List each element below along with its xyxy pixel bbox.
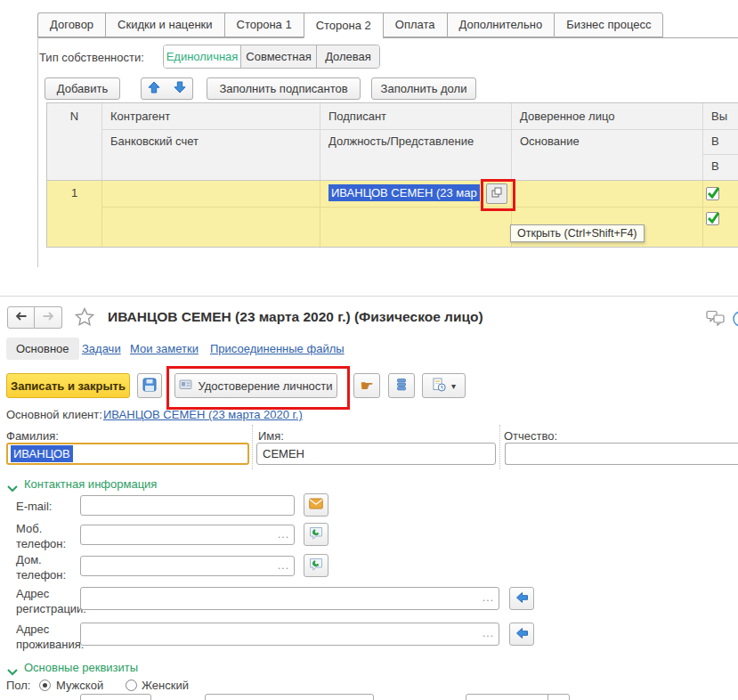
blue-left-arrow-icon — [515, 591, 529, 606]
residence-address-ellipsis-button[interactable]: ... — [483, 627, 494, 639]
arrow-down-icon — [174, 81, 186, 96]
grid-vline — [101, 180, 102, 247]
firstname-label: Имя: — [258, 429, 284, 443]
col-header-basis[interactable]: Основание — [511, 129, 580, 154]
contact-section-chevron-icon[interactable] — [7, 482, 18, 495]
discussions-icon[interactable] — [706, 310, 726, 330]
cut-off-input-divider — [547, 695, 548, 700]
tab-skidki[interactable]: Скидки и наценки — [105, 12, 223, 37]
gender-female-radio[interactable] — [126, 680, 137, 691]
cut-off-input[interactable] — [205, 694, 374, 700]
favorite-star-icon[interactable] — [75, 307, 94, 330]
registration-address-input[interactable]: ... — [80, 587, 499, 610]
send-email-button[interactable] — [304, 493, 328, 517]
tab-oplata[interactable]: Оплата — [383, 12, 447, 37]
home-ellipsis-button[interactable]: ... — [278, 558, 289, 571]
tab-main[interactable]: Основное — [6, 338, 79, 360]
document-clock-icon — [432, 378, 446, 395]
gender-female-label[interactable]: Женский — [142, 679, 189, 692]
contact-section-title[interactable]: Контактная информация — [24, 477, 157, 491]
move-up-button[interactable] — [141, 77, 167, 100]
save-and-close-button[interactable]: Записать и закрыть — [6, 373, 130, 398]
col-header-v2[interactable]: В — [702, 154, 719, 179]
email-input[interactable] — [80, 495, 295, 516]
row-checkbox-1[interactable] — [706, 187, 719, 200]
pointer-hand-button[interactable]: ☛ — [353, 373, 380, 398]
arrow-up-icon — [148, 81, 160, 96]
col-header-proxy[interactable]: Доверенное лицо — [511, 103, 614, 129]
grid-vline — [702, 180, 703, 247]
mobile-phone-input[interactable]: ... — [80, 525, 295, 545]
grid-hline — [47, 180, 738, 181]
cut-off-input[interactable] — [466, 694, 570, 700]
signer-cell-selected-text[interactable]: ИВАНЦОВ СЕМЕН (23 мар — [328, 184, 480, 201]
stack-button[interactable] — [388, 373, 415, 398]
middlename-label: Отчество: — [504, 429, 557, 443]
col-header-counterparty[interactable]: Контрагент — [101, 103, 170, 129]
section-divider — [0, 296, 738, 297]
residence-address-input[interactable]: ... — [80, 623, 499, 646]
fill-signers-button[interactable]: Заполнить подписантов — [207, 77, 361, 100]
move-down-button[interactable] — [166, 77, 193, 100]
back-button[interactable] — [7, 306, 35, 329]
mobile-phone-label: Моб. телефон: — [16, 522, 68, 552]
tab-biznes-process[interactable]: Бизнес процесс — [554, 12, 663, 37]
registration-address-ellipsis-button[interactable]: ... — [483, 591, 494, 604]
registration-address-label: Адрес регистрации: — [16, 587, 87, 617]
requisites-section-title[interactable]: Основные реквизиты — [24, 661, 138, 674]
add-button[interactable]: Добавить — [45, 77, 120, 100]
lastname-label: Фамилия: — [6, 429, 59, 443]
copy-registration-address-button[interactable] — [509, 587, 534, 610]
residence-address-label: Адрес проживания: — [16, 623, 87, 653]
forward-button[interactable] — [35, 306, 62, 329]
col-header-position[interactable]: Должность/Представление — [320, 129, 474, 154]
col-header-bank-account[interactable]: Банковский счет — [101, 129, 199, 154]
row-number: 1 — [47, 180, 101, 207]
ownership-option-share[interactable]: Долевая — [317, 45, 379, 68]
tab-tasks-link[interactable]: Задачи — [82, 342, 121, 355]
save-floppy-icon — [142, 378, 157, 395]
cut-off-icon[interactable] — [732, 310, 738, 328]
call-mobile-button[interactable] — [304, 523, 328, 546]
tab-dopolnitelno[interactable]: Дополнительно — [447, 12, 555, 37]
col-header-vy[interactable]: Вы — [702, 103, 727, 129]
col-header-num[interactable]: N — [47, 103, 101, 129]
pointing-hand-icon: ☛ — [360, 378, 373, 394]
column-separator — [252, 425, 253, 469]
firstname-input[interactable]: СЕМЕН — [256, 443, 496, 465]
row-checkbox-2[interactable] — [706, 212, 719, 225]
call-home-button[interactable] — [304, 554, 328, 577]
mobile-ellipsis-button[interactable]: ... — [278, 527, 289, 540]
annotation-red-box-open-button — [481, 179, 515, 211]
copy-residence-address-button[interactable] — [509, 623, 534, 646]
requisites-section-chevron-icon[interactable] — [7, 665, 18, 679]
fill-shares-button[interactable]: Заполнить доли — [371, 77, 476, 100]
top-tab-bar: Договор Скидки и наценки Сторона 1 Сторо… — [37, 13, 663, 37]
lastname-input[interactable]: ИВАНЦОВ — [6, 443, 249, 465]
middlename-input[interactable] — [505, 443, 738, 465]
home-phone-input[interactable]: ... — [80, 556, 295, 576]
column-separator — [499, 425, 500, 469]
tabstrip-bottom-line — [37, 37, 738, 38]
grid-vline — [320, 180, 320, 247]
col-header-signer[interactable]: Подписант — [320, 103, 386, 129]
tab-storona2[interactable]: Сторона 2 — [304, 12, 383, 38]
cut-off-input[interactable] — [80, 694, 151, 700]
gender-male-radio[interactable] — [39, 680, 51, 691]
save-button[interactable] — [137, 373, 162, 398]
gender-male-label[interactable]: Мужской — [56, 679, 103, 692]
document-history-dropdown-button[interactable]: ▾ — [422, 373, 466, 398]
tab-dogovor[interactable]: Договор — [37, 12, 105, 37]
tab-storona1[interactable]: Сторона 1 — [224, 12, 304, 37]
phone-bubble-icon — [309, 558, 323, 574]
grid-hline — [101, 207, 738, 208]
checkmark-icon — [707, 211, 719, 226]
lastname-selected-value: ИВАНЦОВ — [11, 445, 73, 462]
ownership-option-joint[interactable]: Совместная — [241, 45, 317, 68]
ownership-label: Тип собственности: — [39, 51, 144, 64]
ownership-option-sole[interactable]: Единоличная — [164, 45, 241, 68]
col-header-v1[interactable]: В — [702, 129, 719, 154]
tab-attached-files-link[interactable]: Присоединенные файлы — [210, 342, 345, 355]
tab-notes-link[interactable]: Мои заметки — [130, 342, 199, 355]
main-client-link[interactable]: ИВАНЦОВ СЕМЕН (23 марта 2020 г.) — [103, 408, 303, 421]
